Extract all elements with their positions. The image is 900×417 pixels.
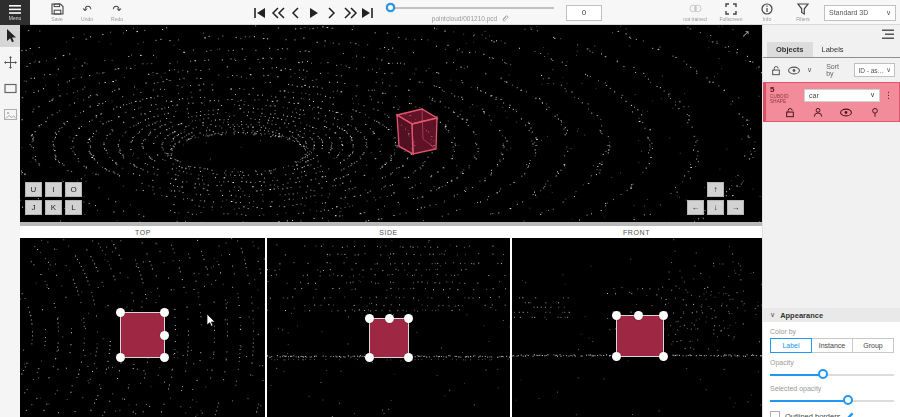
view-mode-value: Standard 3D: [829, 9, 868, 16]
model-predictions-button[interactable]: not trained: [680, 3, 710, 22]
tab-objects[interactable]: Objects: [767, 42, 813, 57]
rotation-key-hints: U I O J K L: [25, 182, 82, 215]
outlined-borders-checkbox[interactable]: [770, 411, 780, 417]
color-by-group-button[interactable]: Group: [852, 338, 894, 353]
color-by-instance-button[interactable]: Instance: [811, 338, 853, 353]
frame-number-input[interactable]: [566, 5, 602, 21]
next-frame-button[interactable]: [324, 5, 338, 21]
resize-handle-sw[interactable]: [365, 353, 374, 362]
outlined-borders-label: Outlined borders: [785, 412, 840, 417]
sort-order-select[interactable]: ID - as… ∨: [854, 63, 895, 77]
color-by-group: Label Instance Group: [770, 338, 894, 353]
opacity-slider[interactable]: [770, 369, 894, 380]
appearance-header[interactable]: ∨ Appearance: [763, 308, 900, 322]
frame-slider-handle[interactable]: [386, 3, 395, 12]
resize-handle-nw[interactable]: [612, 311, 621, 320]
cuboid-tool-button[interactable]: [0, 77, 20, 99]
color-by-label-button[interactable]: Label: [770, 338, 812, 353]
view-mode-select[interactable]: Standard 3D ∨: [824, 5, 896, 21]
resize-handle-sw[interactable]: [116, 353, 125, 362]
fast-forward-button[interactable]: [342, 5, 356, 21]
fast-rewind-button[interactable]: [270, 5, 284, 21]
rectangle-icon: [4, 83, 17, 94]
selected-box-front[interactable]: [616, 315, 664, 357]
resize-handle-ne[interactable]: [404, 314, 413, 323]
panel-menu-icon[interactable]: [882, 29, 894, 40]
image-overlay-tool-button[interactable]: [0, 103, 20, 125]
front-view[interactable]: [512, 238, 762, 417]
resize-handle-ne[interactable]: [160, 308, 169, 317]
main-3d-viewport[interactable]: ↗ U I O J K L ↑ ← ↓ →: [20, 25, 762, 222]
top-toolbar: Menu Save ↶ Undo ↷ Redo: [0, 0, 900, 25]
resize-handle-nw[interactable]: [365, 314, 374, 323]
link-icon[interactable]: [500, 14, 508, 22]
selected-opacity-slider-handle[interactable]: [843, 395, 853, 405]
selected-box-top[interactable]: [120, 312, 165, 358]
list-controls-row: ∨ Sort by ID - as… ∨: [763, 58, 900, 82]
resize-handle-nw[interactable]: [116, 308, 125, 317]
tab-labels[interactable]: Labels: [813, 42, 853, 57]
pin-icon[interactable]: [870, 107, 880, 118]
key-arrow-right[interactable]: →: [727, 200, 744, 215]
edit-pencil-icon[interactable]: [845, 412, 854, 417]
key-j[interactable]: J: [25, 200, 42, 215]
frame-slider-track[interactable]: [386, 7, 554, 9]
info-button[interactable]: Info: [752, 3, 782, 22]
filters-button[interactable]: Filters: [788, 3, 818, 22]
fullscreen-button[interactable]: Fullscreen: [716, 3, 746, 22]
previous-frame-button[interactable]: [288, 5, 302, 21]
object-category-select[interactable]: car ∨: [804, 89, 880, 102]
selected-box-side[interactable]: [369, 318, 409, 358]
skip-end-icon: [361, 7, 373, 19]
expand-view-icon[interactable]: ↗: [742, 28, 750, 39]
key-o[interactable]: O: [65, 182, 82, 197]
opacity-slider-handle[interactable]: [818, 369, 828, 379]
skip-start-icon: [253, 7, 265, 19]
filter-icon: [797, 3, 809, 15]
rotate-handle-north[interactable]: [634, 311, 643, 320]
key-u[interactable]: U: [25, 182, 42, 197]
mouse-cursor: [206, 314, 216, 328]
key-i[interactable]: I: [45, 182, 62, 197]
key-l[interactable]: L: [65, 200, 82, 215]
sort-order-value: ID - as…: [858, 67, 884, 74]
object-list-item-selected[interactable]: 5 CUBOID SHAPE car ∨ ⋮: [763, 82, 900, 122]
object-more-menu[interactable]: ⋮: [880, 90, 895, 100]
person-icon[interactable]: [813, 107, 823, 118]
expand-all-icon[interactable]: ∨: [807, 66, 812, 74]
selected-opacity-slider[interactable]: [770, 395, 894, 406]
play-button[interactable]: [306, 5, 320, 21]
menu-button[interactable]: Menu: [0, 0, 30, 25]
skip-to-end-button[interactable]: [360, 5, 374, 21]
lock-icon[interactable]: [785, 107, 795, 118]
lock-all-icon[interactable]: [771, 65, 781, 76]
key-arrow-up[interactable]: ↑: [707, 182, 724, 197]
collapse-icon: ∨: [770, 311, 775, 319]
key-arrow-down[interactable]: ↓: [707, 200, 724, 215]
redo-label: Redo: [111, 16, 123, 22]
frame-slider[interactable]: [386, 3, 554, 13]
key-arrow-left[interactable]: ←: [687, 200, 704, 215]
previous-icon: [290, 7, 300, 19]
skip-to-start-button[interactable]: [252, 5, 266, 21]
side-view[interactable]: [267, 238, 511, 417]
key-k[interactable]: K: [45, 200, 62, 215]
visibility-all-icon[interactable]: [788, 66, 800, 75]
objects-panel: Objects Labels ∨ Sort by ID - as… ∨: [762, 25, 900, 417]
selected-cuboid-3d[interactable]: [20, 25, 762, 222]
info-icon: [761, 3, 773, 15]
rotate-handle-north[interactable]: [385, 314, 394, 323]
side-view-label: SIDE: [266, 226, 511, 238]
save-button[interactable]: Save: [42, 0, 72, 25]
rotate-handle-east[interactable]: [160, 331, 169, 340]
chevron-down-icon: ∨: [886, 66, 891, 74]
annotation-app: Menu Save ↶ Undo ↷ Redo: [0, 0, 900, 417]
resize-handle-se[interactable]: [404, 353, 413, 362]
move-tool-button[interactable]: [0, 51, 20, 73]
redo-button[interactable]: ↷ Redo: [102, 0, 132, 25]
select-tool-button[interactable]: [0, 25, 20, 47]
resize-handle-se[interactable]: [160, 353, 169, 362]
undo-button[interactable]: ↶ Undo: [72, 0, 102, 25]
top-view[interactable]: [20, 238, 265, 417]
eye-icon[interactable]: [840, 108, 852, 117]
